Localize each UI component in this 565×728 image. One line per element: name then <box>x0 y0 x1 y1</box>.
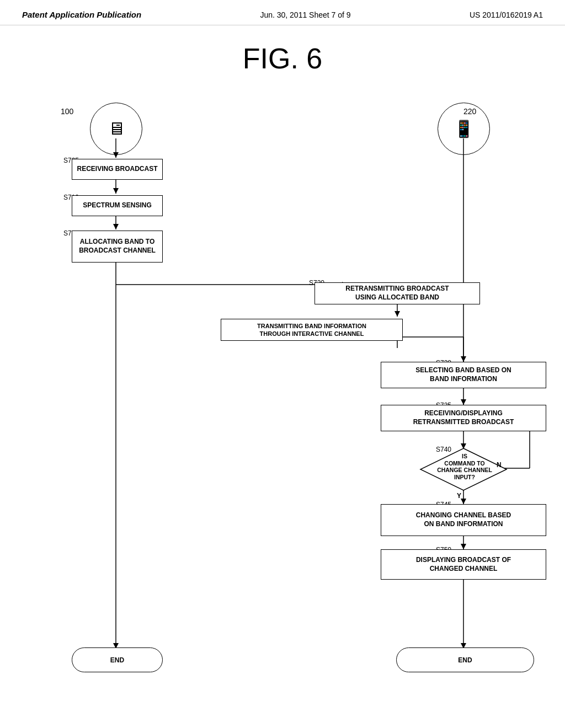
box-changing-channel: CHANGING CHANNEL BASED ON BAND INFORMATI… <box>381 504 546 536</box>
figure-title: FIG. 6 <box>0 42 565 75</box>
end-left-box: END <box>72 647 163 672</box>
box-receiving-broadcast: RECEIVING BROADCAST <box>72 159 163 180</box>
box-retransmitting: RETRANSMITTING BROADCAST USING ALLOCATED… <box>315 282 480 304</box>
diamond-text: IS COMMAND TO CHANGE CHANNEL INPUT? <box>431 453 498 480</box>
tv-icon: 🖥 <box>108 119 125 139</box>
diagram-area: FIG. 6 <box>0 31 565 704</box>
tv-device-circle: 🖥 <box>90 103 142 155</box>
box-transmitting-band-info: TRANSMITTING BAND INFORMATION THROUGH IN… <box>221 319 403 341</box>
svg-marker-12 <box>395 311 400 317</box>
device-left-label: 100 <box>61 107 73 116</box>
box-spectrum-sensing: SPECTRUM SENSING <box>72 195 163 216</box>
svg-marker-18 <box>461 399 466 405</box>
svg-marker-5 <box>113 224 119 229</box>
svg-marker-16 <box>461 356 466 362</box>
diamond-y-label: Y <box>457 492 461 500</box>
box-receiving-displaying: RECEIVING/DISPLAYING RETRANSMITTED BROAD… <box>381 405 546 431</box>
svg-marker-28 <box>461 544 466 549</box>
diamond-n-label: N <box>497 461 502 469</box>
box-displaying-broadcast: DISPLAYING BROADCAST OF CHANGED CHANNEL <box>381 549 546 580</box>
svg-marker-3 <box>113 188 119 194</box>
header-date-sheet: Jun. 30, 2011 Sheet 7 of 9 <box>260 10 350 19</box>
header-patent-number: US 2011/0162019 A1 <box>470 10 543 19</box>
svg-marker-22 <box>461 499 466 504</box>
page-header: Patent Application Publication Jun. 30, … <box>0 0 565 25</box>
end-right-box: END <box>396 647 534 672</box>
box-selecting-band: SELECTING BAND BASED ON BAND INFORMATION <box>381 362 546 388</box>
box-allocating-band: ALLOCATING BAND TO BROADCAST CHANNEL <box>72 231 163 263</box>
phone-icon: 📱 <box>454 119 474 138</box>
device-right-label: 220 <box>463 107 476 116</box>
header-publication-type: Patent Application Publication <box>22 10 141 19</box>
